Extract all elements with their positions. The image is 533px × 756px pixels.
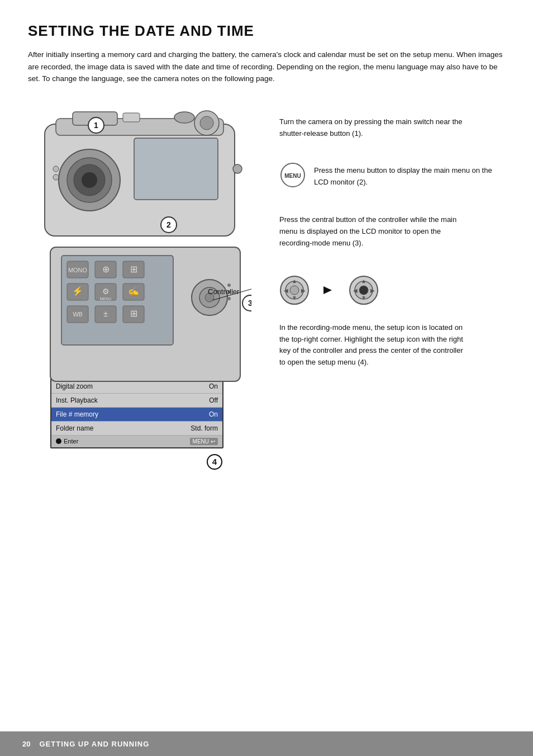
controller-label: Controller: [208, 287, 239, 296]
svg-text:3: 3: [248, 299, 251, 308]
step1-block: Turn the camera on by pressing the main …: [279, 113, 505, 140]
menu-footer: Enter MENU ↩: [51, 436, 222, 447]
svg-text:⊞: ⊞: [130, 264, 137, 274]
svg-text:WB: WB: [73, 311, 83, 318]
svg-point-10: [82, 172, 97, 188]
svg-point-53: [290, 286, 299, 295]
svg-text:▼: ▼: [361, 295, 367, 301]
step3-text: Press the central button of the controll…: [279, 211, 469, 249]
svg-rect-11: [134, 138, 218, 200]
arrow-icon: ↩: [211, 438, 215, 445]
svg-text:1: 1: [94, 121, 98, 130]
step4-text: In the recording-mode menu, the setup ic…: [279, 319, 469, 368]
svg-point-13: [53, 174, 59, 180]
svg-marker-58: [323, 286, 332, 294]
svg-text:MENU: MENU: [284, 173, 301, 179]
footer-page-number: 20: [22, 740, 30, 748]
svg-text:2: 2: [166, 220, 171, 229]
step4-icons: ▲ ▼ ◀ ▶ ▲ ▼: [279, 275, 505, 305]
bullet-icon: [56, 438, 61, 444]
menu-row-folder-name: Folder name Std. form: [51, 422, 222, 436]
right-column: Turn the camera on by pressing the main …: [279, 102, 505, 368]
svg-text:MENU: MENU: [100, 297, 112, 301]
step2-menu-icon: MENU: [279, 162, 306, 188]
page-title: SETTING THE DATE AND TIME: [28, 22, 505, 40]
svg-text:✍: ✍: [128, 286, 139, 296]
svg-text:▼: ▼: [292, 295, 297, 301]
footer-section-title: GETTING UP AND RUNNING: [39, 740, 149, 748]
svg-text:±: ±: [103, 309, 108, 318]
svg-text:▶: ▶: [301, 287, 306, 294]
svg-text:⊞: ⊞: [130, 309, 137, 318]
controller-circle-icon: ▲ ▼ ◀ ▶: [279, 275, 310, 305]
main-layout: 1 2 MONO ⊕: [28, 102, 505, 470]
page-content: SETTING THE DATE AND TIME After initiall…: [0, 0, 533, 503]
svg-point-14: [233, 164, 242, 173]
step2-text: Press the menu button to display the mai…: [314, 162, 504, 188]
menu-button-indicator: MENU ↩: [190, 438, 218, 445]
step2-block: MENU Press the menu button to display th…: [279, 162, 505, 188]
svg-point-12: [53, 166, 59, 172]
step1-text: Turn the camera on by pressing the main …: [279, 113, 469, 140]
camera-diagram: 1 2 MONO ⊕: [28, 102, 251, 394]
step3-block: Press the central button of the controll…: [279, 211, 505, 258]
svg-point-2: [174, 112, 194, 123]
svg-text:▲: ▲: [361, 278, 367, 284]
svg-text:MONO: MONO: [68, 267, 88, 273]
svg-text:⚙: ⚙: [102, 287, 110, 296]
intro-text: After initially inserting a memory card …: [28, 49, 505, 85]
selected-controller-icon: ▲ ▼ ◀ ▶: [349, 275, 379, 305]
svg-text:⊕: ⊕: [102, 264, 110, 274]
menu-row-inst-playback: Inst. Playback Off: [51, 394, 222, 408]
svg-point-4: [200, 116, 213, 130]
page-footer: 20 GETTING UP AND RUNNING: [0, 731, 533, 756]
left-column: 1 2 MONO ⊕: [28, 102, 263, 470]
svg-text:⚡: ⚡: [72, 286, 83, 296]
step4-circle: 4: [207, 454, 222, 470]
svg-point-43: [227, 284, 231, 287]
svg-text:▲: ▲: [292, 278, 297, 284]
step4-block: ▲ ▼ ◀ ▶ ▲ ▼: [279, 275, 505, 368]
svg-rect-6: [123, 113, 140, 122]
svg-point-61: [359, 286, 368, 295]
svg-point-45: [227, 297, 231, 300]
arrow-right-icon: [321, 282, 337, 299]
menu-enter: Enter: [56, 438, 78, 445]
svg-text:▶: ▶: [370, 287, 375, 294]
menu-row-file-memory: File # memory On: [51, 408, 222, 422]
svg-text:◀: ◀: [284, 287, 288, 294]
svg-text:◀: ◀: [353, 287, 358, 294]
